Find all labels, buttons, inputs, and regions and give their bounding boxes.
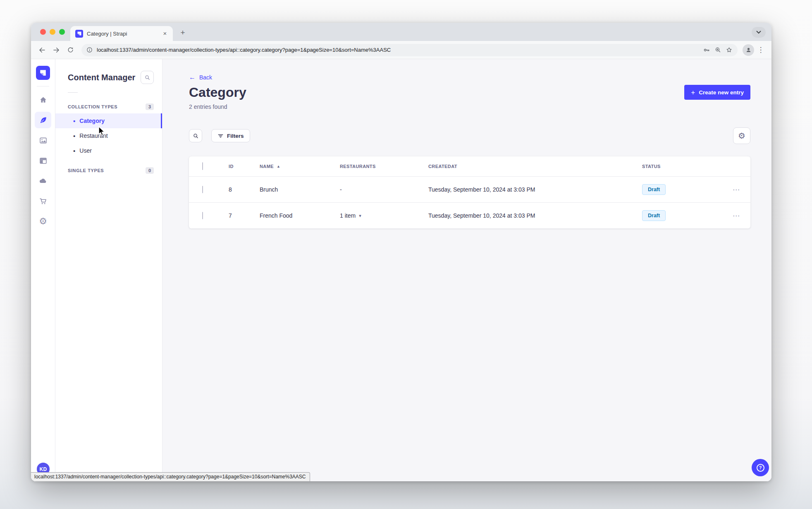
filters-label: Filters	[227, 133, 244, 139]
subnav-item-user[interactable]: • User	[55, 143, 162, 158]
zoom-window-button[interactable]	[59, 29, 65, 35]
nav-cloud-button[interactable]	[35, 173, 51, 189]
search-icon	[193, 133, 199, 139]
table-row[interactable]: 7 French Food 1 item ▾ Tuesday, Septembe…	[189, 202, 750, 228]
row-actions-icon[interactable]: ⋯	[733, 211, 740, 220]
subnav-item-category[interactable]: • Category	[55, 113, 162, 128]
close-window-button[interactable]	[40, 29, 46, 35]
status-badge: Draft	[642, 184, 666, 195]
cloud-icon	[38, 176, 48, 185]
nav-content-type-builder-button[interactable]	[35, 152, 51, 169]
subnav-item-label: Restaurant	[79, 132, 107, 139]
filters-button[interactable]: Filters	[211, 129, 250, 142]
entries-table: ID NAME ▲ RESTAURANTS CREATEDAT STATUS 8	[189, 156, 750, 228]
bookmark-star-icon[interactable]	[726, 46, 733, 53]
cell-id: 8	[229, 186, 260, 193]
column-header-status[interactable]: STATUS	[642, 164, 722, 169]
tab-close-icon[interactable]: ×	[161, 30, 169, 37]
back-button[interactable]	[36, 44, 48, 56]
nav-settings-button[interactable]: ⚙	[35, 213, 51, 230]
row-actions-icon[interactable]: ⋯	[733, 185, 740, 194]
page-title: Category	[189, 84, 246, 101]
column-header-name[interactable]: NAME ▲	[260, 164, 340, 169]
row-checkbox[interactable]	[202, 186, 203, 193]
reload-button[interactable]	[64, 44, 76, 56]
browser-profile-button[interactable]	[743, 44, 754, 56]
cell-restaurants: -	[340, 186, 428, 193]
zoom-icon[interactable]	[714, 46, 721, 53]
feather-icon	[39, 116, 48, 125]
url-text: localhost:1337/admin/content-manager/col…	[97, 47, 699, 53]
collection-types-label: COLLECTION TYPES	[68, 104, 117, 109]
new-tab-button[interactable]: +	[177, 27, 188, 38]
search-icon	[144, 74, 150, 81]
collection-types-section: COLLECTION TYPES 3	[55, 100, 162, 113]
help-icon: ?	[757, 464, 764, 472]
strapi-favicon-icon	[75, 30, 83, 38]
search-button[interactable]	[189, 129, 202, 142]
back-link[interactable]: ← Back	[189, 74, 212, 81]
table-header-row: ID NAME ▲ RESTAURANTS CREATEDAT STATUS	[189, 156, 750, 176]
filter-icon	[217, 133, 224, 139]
back-label: Back	[199, 74, 212, 81]
layout-icon	[39, 156, 48, 165]
cell-id: 7	[229, 212, 260, 219]
select-all-checkbox[interactable]	[202, 162, 203, 170]
entries-count: 2 entries found	[189, 103, 750, 110]
back-arrow-icon: ←	[189, 74, 196, 81]
bullet-icon: •	[73, 148, 75, 154]
subnav-item-label: User	[79, 147, 92, 154]
tab-search-button[interactable]	[752, 27, 766, 38]
single-types-label: SINGLE TYPES	[68, 168, 104, 173]
subnav-item-restaurant[interactable]: • Restaurant	[55, 128, 162, 143]
cart-icon	[39, 197, 48, 206]
site-info-icon[interactable]	[86, 47, 93, 53]
cell-name: Brunch	[260, 186, 340, 193]
cell-createdat: Tuesday, September 10, 2024 at 3:03 PM	[428, 186, 642, 193]
single-types-section: SINGLE TYPES 0	[55, 164, 162, 177]
gear-icon: ⚙	[738, 132, 745, 140]
tab-title: Category | Strapi	[87, 31, 158, 37]
nav-marketplace-button[interactable]	[35, 193, 51, 209]
create-button-label: Create new entry	[699, 89, 744, 96]
person-icon	[745, 46, 752, 53]
browser-tab[interactable]: Category | Strapi ×	[70, 26, 173, 41]
tab-strip: Category | Strapi × +	[31, 23, 771, 41]
main-nav-rail: ⚙ KD	[31, 59, 55, 481]
home-icon	[39, 96, 48, 104]
view-settings-button[interactable]: ⚙	[733, 127, 750, 144]
strapi-admin: ⚙ KD Content Manager COLLECTION TYPES 3	[31, 59, 771, 481]
minimize-window-button[interactable]	[50, 29, 55, 35]
nav-media-library-button[interactable]	[35, 132, 51, 149]
subnav-title: Content Manager	[68, 73, 135, 82]
media-library-icon	[39, 136, 48, 145]
browser-toolbar: localhost:1337/admin/content-manager/col…	[31, 41, 771, 59]
main-content: ← Back Category + Create new entry 2 ent…	[162, 59, 771, 481]
column-header-restaurants[interactable]: RESTAURANTS	[340, 164, 428, 169]
create-new-entry-button[interactable]: + Create new entry	[684, 85, 750, 100]
caret-down-icon: ▾	[359, 213, 361, 218]
help-button[interactable]: ?	[752, 459, 769, 476]
column-header-createdat[interactable]: CREATEDAT	[428, 164, 642, 169]
single-types-count-badge: 0	[146, 167, 154, 174]
chevron-down-icon	[756, 31, 761, 34]
forward-button[interactable]	[50, 44, 62, 56]
strapi-logo[interactable]	[36, 66, 50, 80]
url-bar[interactable]: localhost:1337/admin/content-manager/col…	[81, 44, 738, 56]
sort-ascending-icon: ▲	[277, 164, 280, 168]
table-row[interactable]: 8 Brunch - Tuesday, September 10, 2024 a…	[189, 176, 750, 202]
nav-home-button[interactable]	[35, 91, 51, 108]
collection-types-count-badge: 3	[146, 103, 154, 110]
plus-icon: +	[691, 89, 695, 96]
cell-restaurants[interactable]: 1 item ▾	[340, 212, 428, 219]
subnav-item-label: Category	[79, 118, 105, 124]
password-manager-icon[interactable]	[703, 46, 710, 54]
row-checkbox[interactable]	[202, 212, 203, 219]
column-header-id[interactable]: ID	[229, 164, 260, 169]
cell-name: French Food	[260, 212, 340, 219]
bullet-icon: •	[73, 118, 75, 124]
cell-createdat: Tuesday, September 10, 2024 at 3:03 PM	[428, 212, 642, 219]
nav-content-manager-button[interactable]	[35, 112, 51, 128]
subnav-search-button[interactable]	[141, 71, 154, 84]
browser-menu-icon[interactable]: ⋮	[756, 46, 766, 54]
